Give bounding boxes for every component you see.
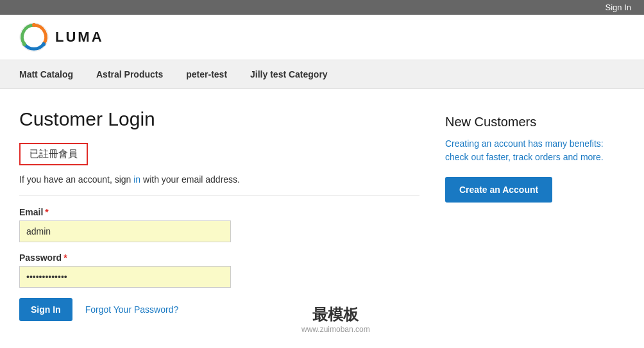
svg-point-3 [22, 42, 26, 46]
password-form-group: Password* [19, 253, 419, 288]
luma-logo-icon [19, 22, 49, 52]
sign-in-button[interactable]: Sign In [19, 298, 72, 321]
registered-section: 已註冊會員 If you have an account, sign in wi… [19, 143, 419, 321]
nav-item-astral-products[interactable]: Astral Products [85, 60, 174, 88]
password-required-star: * [64, 253, 67, 263]
email-required-star: * [45, 207, 48, 217]
email-input[interactable] [19, 220, 231, 242]
login-section: Customer Login 已註冊會員 If you have an acco… [19, 108, 419, 334]
password-input[interactable] [19, 266, 231, 288]
new-customers-title: New Customers [445, 115, 625, 129]
main-content: Customer Login 已註冊會員 If you have an acco… [0, 89, 644, 348]
info-text: If you have an account, sign in with you… [19, 174, 419, 195]
new-customers-section: New Customers Creating an account has ma… [445, 108, 625, 334]
main-nav: Matt Catalog Astral Products peter-test … [0, 60, 644, 89]
nav-item-matt-catalog[interactable]: Matt Catalog [19, 60, 85, 88]
password-label: Password* [19, 253, 419, 263]
top-bar: Sign In [0, 0, 644, 15]
create-account-button[interactable]: Create an Account [445, 177, 552, 203]
svg-point-0 [20, 23, 48, 51]
svg-point-1 [32, 23, 36, 27]
email-label: Email* [19, 207, 419, 217]
new-customers-description: Creating an account has many benefits: c… [445, 137, 625, 164]
forgot-password-link[interactable]: Forgot Your Password? [85, 304, 179, 315]
header: LUMA [0, 15, 644, 60]
sign-in-link-inline[interactable]: in [133, 174, 140, 185]
logo-text: LUMA [55, 29, 104, 46]
nav-item-jilly-test-category[interactable]: Jilly test Category [239, 60, 339, 88]
sign-in-link[interactable]: Sign In [606, 3, 631, 12]
svg-point-2 [42, 42, 46, 46]
logo[interactable]: LUMA [19, 22, 104, 52]
main-wrapper: Customer Login 已註冊會員 If you have an acco… [0, 89, 644, 348]
nav-item-peter-test[interactable]: peter-test [174, 60, 239, 88]
registered-label: 已註冊會員 [19, 143, 88, 165]
form-actions: Sign In Forgot Your Password? [19, 298, 419, 321]
email-form-group: Email* [19, 207, 419, 242]
page-title: Customer Login [19, 108, 419, 130]
